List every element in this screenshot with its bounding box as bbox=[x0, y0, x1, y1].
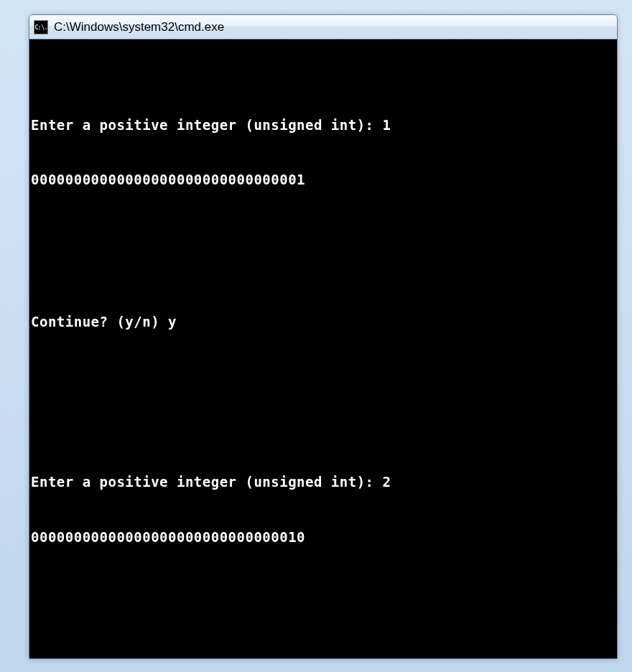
continue-block: Continue? (y/n) y bbox=[31, 633, 615, 659]
enter-prompt-line: Enter a positive integer (unsigned int):… bbox=[31, 473, 615, 492]
continue-answer: y bbox=[168, 313, 177, 332]
continue-prompt-line: Continue? (y/n) y bbox=[31, 313, 615, 332]
binary-output: 00000000000000000000000000000010 bbox=[31, 528, 615, 547]
user-input: 2 bbox=[383, 473, 391, 492]
continue-prompt: Continue? (y/n) bbox=[31, 313, 168, 332]
session-block: Enter a positive integer (unsigned int):… bbox=[31, 79, 615, 226]
cmd-icon: C:\. bbox=[34, 20, 48, 34]
cmd-window: C:\. C:\Windows\system32\cmd.exe Enter a… bbox=[29, 14, 618, 659]
enter-prompt: Enter a positive integer (unsigned int): bbox=[31, 473, 383, 492]
terminal-output[interactable]: Enter a positive integer (unsigned int):… bbox=[29, 39, 617, 658]
enter-prompt-line: Enter a positive integer (unsigned int):… bbox=[31, 116, 615, 135]
user-input: 1 bbox=[383, 116, 391, 135]
titlebar[interactable]: C:\. C:\Windows\system32\cmd.exe bbox=[29, 15, 617, 39]
window-title: C:\Windows\system32\cmd.exe bbox=[54, 20, 224, 34]
continue-block: Continue? (y/n) y bbox=[31, 276, 615, 368]
binary-output: 00000000000000000000000000000001 bbox=[31, 171, 615, 190]
enter-prompt: Enter a positive integer (unsigned int): bbox=[31, 116, 383, 135]
session-block: Enter a positive integer (unsigned int):… bbox=[31, 437, 615, 584]
